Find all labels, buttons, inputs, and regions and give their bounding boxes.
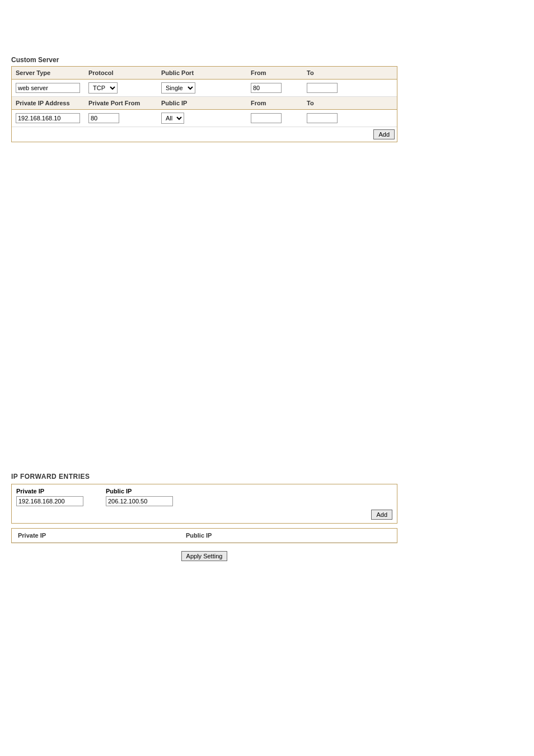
ip-forward-col-private: Private IP — [16, 531, 184, 540]
ip-forward-title: IP FORWARD ENTRIES — [11, 473, 523, 480]
col-to: To — [305, 68, 361, 77]
private-ip-forward-input[interactable] — [16, 496, 83, 506]
private-ip-label: Private IP — [16, 488, 83, 494]
custom-server-add-button[interactable]: Add — [373, 129, 395, 139]
spacer — [11, 153, 523, 461]
col-from: From — [249, 68, 305, 77]
ip-forward-table: Private IP Public IP — [11, 528, 397, 543]
ip-forward-section: IP FORWARD ENTRIES Private IP Public IP … — [11, 473, 523, 564]
apply-row: Apply Setting — [11, 548, 397, 564]
col-public-port: Public Port — [160, 68, 249, 77]
public-ip-cell: All — [160, 111, 249, 125]
from2-input[interactable] — [251, 113, 282, 123]
public-ip-field: Public IP — [106, 488, 173, 506]
col-private-port-from: Private Port From — [87, 99, 160, 108]
to-input[interactable] — [307, 83, 338, 93]
custom-server-table: Server Type Protocol Public Port From To… — [11, 66, 397, 142]
col-protocol: Protocol — [87, 68, 160, 77]
public-ip-forward-input[interactable] — [106, 496, 173, 506]
from-input[interactable] — [251, 83, 282, 93]
private-ip-cell — [14, 112, 87, 124]
ip-forward-add-button[interactable]: Add — [371, 510, 392, 520]
ip-forward-input-box: Private IP Public IP Add — [11, 484, 397, 524]
ip-forward-inputs: Private IP Public IP — [16, 488, 392, 506]
col-public-ip: Public IP — [160, 99, 249, 108]
ip-forward-col-public: Public IP — [184, 531, 352, 540]
private-port-from-cell — [87, 112, 160, 124]
public-port-select[interactable]: Single Range — [161, 82, 195, 94]
private-port-from-input[interactable] — [88, 113, 119, 123]
custom-server-header-row2: Private IP Address Private Port From Pub… — [12, 97, 397, 110]
to2-input[interactable] — [307, 113, 338, 123]
col-server-type: Server Type — [14, 68, 87, 77]
ip-forward-table-header: Private IP Public IP — [12, 529, 397, 543]
custom-server-add-row: Add — [12, 127, 397, 142]
custom-server-title: Custom Server — [11, 56, 523, 64]
server-type-input[interactable] — [16, 83, 80, 93]
from2-cell — [249, 112, 305, 124]
custom-server-data-row1: TCP UDP Both Single Range — [12, 80, 397, 97]
server-type-cell — [14, 82, 87, 94]
col-to2: To — [305, 99, 361, 108]
public-ip-select[interactable]: All — [161, 113, 184, 124]
protocol-select[interactable]: TCP UDP Both — [88, 82, 118, 94]
ip-forward-add-row: Add — [16, 510, 392, 520]
to-cell — [305, 82, 361, 94]
to2-cell — [305, 112, 361, 124]
from-cell — [249, 82, 305, 94]
private-ip-field: Private IP — [16, 488, 83, 506]
public-port-cell: Single Range — [160, 81, 249, 95]
protocol-cell: TCP UDP Both — [87, 81, 160, 95]
col-from2: From — [249, 99, 305, 108]
private-ip-input[interactable] — [16, 113, 80, 123]
apply-setting-button[interactable]: Apply Setting — [181, 551, 228, 561]
custom-server-header-row1: Server Type Protocol Public Port From To — [12, 67, 397, 80]
col-private-ip: Private IP Address — [14, 99, 87, 108]
public-ip-label: Public IP — [106, 488, 173, 494]
custom-server-data-row2: All — [12, 110, 397, 127]
